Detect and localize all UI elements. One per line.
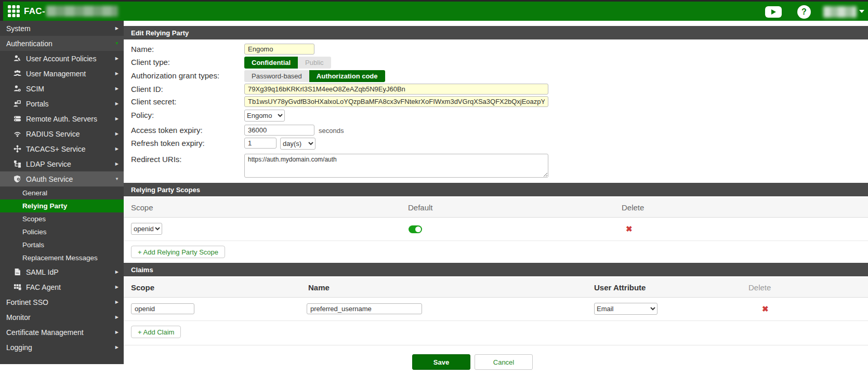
sidebar-item-authentication[interactable]: Authentication [0,36,124,51]
chevron-right-icon [115,315,119,319]
chevron-right-icon [115,26,119,31]
user-account-policies-icon [14,55,22,63]
sidebar-item-label: Fortinet SSO [6,298,48,306]
brand-title: FAC- [24,6,118,17]
chevron-right-icon [115,71,119,76]
sidebar-item-oauth-scopes[interactable]: Scopes [0,212,124,225]
sidebar-item-fortinet-sso[interactable]: Fortinet SSO [0,295,124,310]
scopes-section-title: Relying Party Scopes [131,186,200,194]
client-id-input[interactable] [244,84,548,95]
portals-icon [14,100,22,108]
sidebar-item-label: Relying Party [22,202,67,210]
user-management-icon [14,70,22,78]
saml-idp-icon [14,268,22,276]
claims-section-title: Claims [131,266,153,274]
form-row-client-type: Client type: Confidential Public [131,57,868,69]
sidebar-item-label: Replacement Messages [22,254,98,262]
client-id-label: Client ID: [131,84,244,93]
policy-label: Policy: [131,110,244,119]
claims-col-user-attribute: User Attribute [594,283,646,292]
save-button[interactable]: Save [412,354,470,370]
redacted-username[interactable] [823,6,857,18]
claims-table-header: Scope Name User Attribute Delete [124,277,868,298]
tacacs-service-icon [14,145,22,153]
sidebar-item-monitor[interactable]: Monitor [0,310,124,325]
default-toggle-on[interactable] [409,225,422,233]
grant-password-based-button[interactable]: Password-based [244,70,309,82]
sidebar-item-label: SCIM [26,85,44,93]
claim-user-attribute-select[interactable]: Email [594,303,657,315]
access-token-expiry-label: Access token expiry: [131,125,244,135]
sidebar-item-label: User Account Policies [26,55,96,63]
claims-col-delete: Delete [748,283,771,292]
sidebar-item-user-management[interactable]: User Management [0,66,124,81]
sidebar-item-radius-service[interactable]: RADIUS Service [0,126,124,141]
sidebar-item-scim[interactable]: SCIM [0,81,124,96]
grant-authorization-code-button[interactable]: Authorization code [309,70,385,82]
page-title: Edit Relying Party [131,29,189,37]
delete-claim-x-icon[interactable] [762,305,769,313]
sidebar-item-tacacs-service[interactable]: TACACS+ Service [0,141,124,156]
sidebar-item-ldap-service[interactable]: LDAP Service [0,156,124,171]
caret-down-icon[interactable] [859,10,864,13]
sidebar-item-label: TACACS+ Service [26,145,86,153]
sidebar-item-certificate-management[interactable]: Certificate Management [0,325,124,340]
redirect-uris-textarea[interactable]: https://auth.mydomain.com/auth [244,154,548,178]
chevron-right-icon [115,330,119,335]
name-label: Name: [131,44,244,53]
client-type-label: Client type: [131,57,244,66]
refresh-token-expiry-input[interactable] [244,138,277,149]
sidebar-item-label: Authentication [6,39,52,48]
sidebar-item-oauth-portals[interactable]: Portals [0,238,124,251]
sidebar-item-label: General [22,189,47,197]
access-token-expiry-input[interactable] [244,125,314,136]
apps-grid-icon[interactable] [8,5,20,17]
cancel-button[interactable]: Cancel [475,354,533,370]
refresh-token-expiry-unit-select[interactable]: day(s) [280,138,315,150]
sidebar-item-oauth-replacement-messages[interactable]: Replacement Messages [0,251,124,264]
sidebar-item-system[interactable]: System [0,21,124,36]
sidebar-item-oauth-policies[interactable]: Policies [0,225,124,238]
form-row-policy: Policy: Engomo [131,110,868,122]
fac-agent-icon [14,283,22,291]
sidebar-item-label: Certificate Management [6,328,84,337]
sidebar-item-oauth-service[interactable]: OAuth Service [0,171,124,186]
client-type-confidential-button[interactable]: Confidential [244,57,298,69]
sidebar-item-label: Logging [6,343,32,352]
sidebar-item-label: LDAP Service [26,160,71,168]
claim-name-input[interactable] [307,303,422,314]
sidebar-item-label: OAuth Service [26,175,73,183]
sidebar-item-label: User Management [26,70,86,78]
form-row-client-id: Client ID: [131,84,868,95]
form-row-grant-types: Authorization grant types: Password-base… [131,70,868,82]
youtube-icon[interactable] [765,6,782,18]
claim-scope-input[interactable] [131,303,194,314]
sidebar-item-user-account-policies[interactable]: User Account Policies [0,51,124,66]
sidebar-item-oauth-general[interactable]: General [0,186,124,199]
add-relying-party-scope-button[interactable]: + Add Relying Party Scope [131,246,225,258]
chevron-right-icon [115,345,119,350]
oauth-service-icon [14,175,22,183]
sidebar-item-remote-auth-servers[interactable]: Remote Auth. Servers [0,111,124,126]
chevron-right-icon [115,131,119,136]
add-claim-button[interactable]: + Add Claim [131,326,181,338]
client-type-public-button[interactable]: Public [298,57,331,69]
scope-select[interactable]: openid [131,223,162,235]
grant-types-segmented: Password-based Authorization code [244,70,385,82]
client-secret-label: Client secret: [131,96,244,106]
scopes-section-bar: Relying Party Scopes [124,183,868,196]
delete-scope-x-icon[interactable] [626,225,633,233]
chevron-right-icon [115,270,119,274]
name-input[interactable] [244,44,314,55]
sidebar-item-portals[interactable]: Portals [0,96,124,111]
sidebar-item-oauth-relying-party[interactable]: Relying Party [0,199,124,212]
help-icon[interactable] [797,5,811,19]
sidebar-item-label: Portals [22,241,44,249]
redirect-uris-label: Redirect URIs: [131,154,244,164]
sidebar-item-logging[interactable]: Logging [0,340,124,355]
client-secret-input[interactable] [244,96,548,107]
chevron-down-icon [115,177,119,181]
sidebar-item-fac-agent[interactable]: FAC Agent [0,279,124,295]
sidebar-item-saml-idp[interactable]: SAML IdP [0,264,124,279]
policy-select[interactable]: Engomo [244,110,285,122]
